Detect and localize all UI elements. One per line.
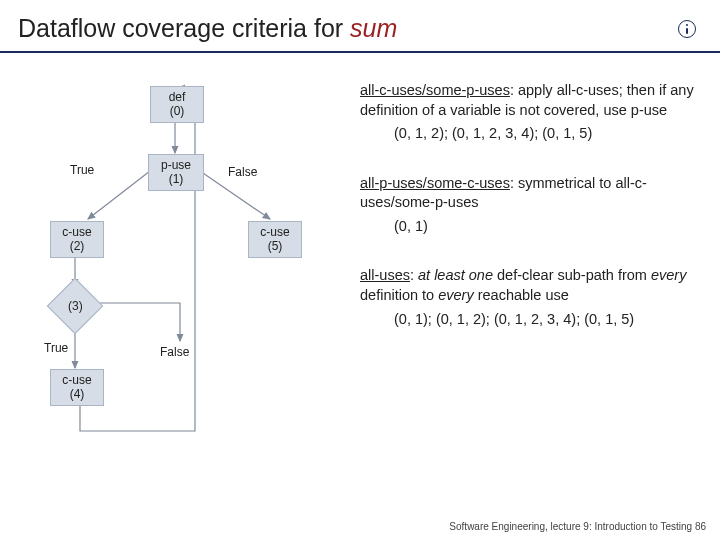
- text-column: all-c-uses/some-p-uses: apply all-c-uses…: [340, 81, 702, 441]
- logo-icon: [678, 20, 696, 38]
- b3-list: (0, 1); (0, 1, 2); (0, 1, 2, 3, 4); (0, …: [360, 310, 702, 330]
- b2-list: (0, 1): [360, 217, 702, 237]
- flow-diagram: def (0) p-use (1) c-use (2) c-use (5) (3…: [30, 81, 340, 441]
- slide-title: Dataflow coverage criteria for sum: [18, 14, 397, 43]
- node-cuse2: c-use (2): [50, 221, 104, 258]
- b1-head: all-c-uses/some-p-uses: [360, 82, 510, 98]
- b2-head: all-p-uses/some-c-uses: [360, 175, 510, 191]
- label-true-mid: True: [44, 341, 68, 355]
- title-text: Dataflow coverage criteria for: [18, 14, 350, 42]
- title-emphasis: sum: [350, 14, 397, 42]
- svg-line-1: [88, 171, 150, 219]
- node-cuse4: c-use (4): [50, 369, 104, 406]
- block-allcuses: all-c-uses/some-p-uses: apply all-c-uses…: [360, 81, 702, 144]
- slide-header: Dataflow coverage criteria for sum: [0, 0, 720, 53]
- node-cuse5: c-use (5): [248, 221, 302, 258]
- node-def: def (0): [150, 86, 204, 123]
- label-false-mid: False: [160, 345, 189, 359]
- label-true-top: True: [70, 163, 94, 177]
- label-false-top: False: [228, 165, 257, 179]
- block-allpuses: all-p-uses/some-c-uses: symmetrical to a…: [360, 174, 702, 237]
- block-alluses: all-uses: at least one def-clear sub-pat…: [360, 266, 702, 329]
- slide-footer: Software Engineering, lecture 9: Introdu…: [449, 521, 706, 532]
- b1-list: (0, 1, 2); (0, 1, 2, 3, 4); (0, 1, 5): [360, 124, 702, 144]
- b3-head: all-uses: [360, 267, 410, 283]
- slide-content: def (0) p-use (1) c-use (2) c-use (5) (3…: [0, 53, 720, 441]
- node-puse: p-use (1): [148, 154, 204, 191]
- node-3-label: (3): [68, 299, 83, 313]
